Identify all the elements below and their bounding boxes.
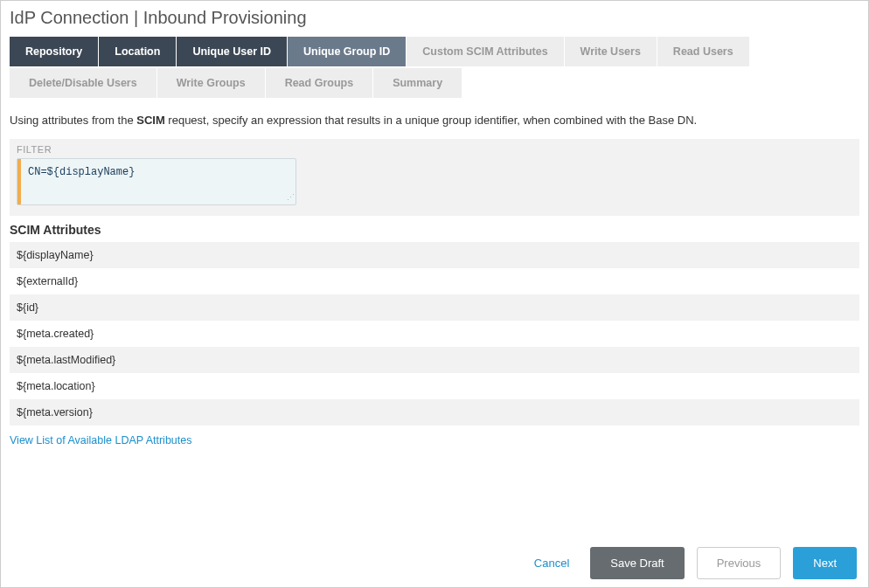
tabs-secondary: Delete/Disable UsersWrite GroupsRead Gro… bbox=[10, 68, 859, 98]
tab-delete-disable-users[interactable]: Delete/Disable Users bbox=[10, 68, 157, 98]
filter-label: FILTER bbox=[17, 144, 852, 155]
tab-location[interactable]: Location bbox=[99, 37, 177, 66]
scim-attribute-row[interactable]: ${meta.location} bbox=[10, 373, 859, 399]
scim-attribute-row[interactable]: ${id} bbox=[10, 294, 859, 321]
tab-unique-group-id[interactable]: Unique Group ID bbox=[288, 37, 407, 66]
scim-attributes-list: ${displayName}${externalId}${id}${meta.c… bbox=[10, 242, 859, 425]
instructions-prefix: Using attributes from the bbox=[10, 114, 136, 127]
scim-attribute-row[interactable]: ${meta.lastModified} bbox=[10, 347, 859, 373]
filter-input[interactable] bbox=[21, 159, 295, 204]
scim-attribute-row[interactable]: ${meta.version} bbox=[10, 399, 859, 425]
page-title: IdP Connection | Inbound Provisioning bbox=[10, 8, 859, 28]
tab-custom-scim-attributes[interactable]: Custom SCIM Attributes bbox=[407, 37, 564, 66]
instructions-bold: SCIM bbox=[136, 114, 165, 127]
footer-actions: Cancel Save Draft Previous Next bbox=[525, 547, 857, 579]
view-ldap-attributes-link[interactable]: View List of Available LDAP Attributes bbox=[10, 434, 191, 446]
filter-input-wrap: ⋰ bbox=[17, 158, 296, 205]
tab-summary[interactable]: Summary bbox=[373, 68, 462, 98]
tab-repository[interactable]: Repository bbox=[10, 37, 99, 66]
tab-read-users[interactable]: Read Users bbox=[657, 37, 750, 66]
filter-panel: FILTER ⋰ bbox=[10, 139, 859, 216]
save-draft-button[interactable]: Save Draft bbox=[590, 547, 684, 579]
previous-button[interactable]: Previous bbox=[697, 547, 782, 579]
tabs-primary: RepositoryLocationUnique User IDUnique G… bbox=[10, 37, 859, 66]
tab-write-groups[interactable]: Write Groups bbox=[157, 68, 266, 98]
tab-read-groups[interactable]: Read Groups bbox=[266, 68, 374, 98]
tab-write-users[interactable]: Write Users bbox=[565, 37, 657, 66]
instructions-suffix: request, specify an expression that resu… bbox=[165, 114, 697, 127]
scim-attribute-row[interactable]: ${externalId} bbox=[10, 268, 859, 294]
next-button[interactable]: Next bbox=[793, 547, 857, 579]
scim-attributes-title: SCIM Attributes bbox=[10, 223, 859, 237]
instructions-text: Using attributes from the SCIM request, … bbox=[10, 114, 859, 127]
scim-attribute-row[interactable]: ${displayName} bbox=[10, 242, 859, 268]
tab-unique-user-id[interactable]: Unique User ID bbox=[177, 37, 288, 66]
scim-attribute-row[interactable]: ${meta.created} bbox=[10, 321, 859, 347]
cancel-button[interactable]: Cancel bbox=[525, 551, 578, 575]
